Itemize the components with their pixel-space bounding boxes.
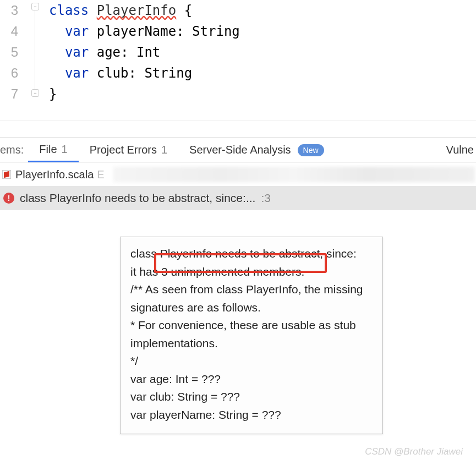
tab-project-errors[interactable]: Project Errors 1 [79, 138, 178, 162]
line-number: 3 [0, 0, 30, 21]
tooltip-line: /** As seen from class PlayerInfo, the m… [130, 281, 373, 316]
tab-server-analysis[interactable]: Server-Side Analysis New [178, 138, 335, 162]
code-editor[interactable]: 3 4 5 6 7 − − class PlayerInfo { var pla… [0, 0, 476, 105]
error-message: class PlayerInfo needs to be abstract, s… [20, 192, 255, 205]
tab-file[interactable]: File 1 [28, 138, 78, 162]
tab-count: 1 [62, 143, 68, 156]
tooltip-line: class PlayerInfo needs to be abstract, s… [130, 245, 373, 263]
panel-divider [0, 120, 476, 138]
line-number: 4 [0, 21, 30, 42]
tab-label: Project Errors [90, 144, 157, 156]
fold-start-icon[interactable]: − [31, 3, 39, 10]
code-line[interactable]: } [49, 84, 476, 105]
tooltip-line: it has 3 unimplemented members. [130, 263, 373, 281]
fold-gutter: − − [30, 0, 43, 105]
tab-label: File [39, 143, 57, 156]
code-content[interactable]: class PlayerInfo { var playerName: Strin… [43, 0, 476, 105]
new-badge: New [298, 144, 324, 156]
tooltip-line: var age: Int = ??? [130, 370, 373, 389]
error-tooltip: class PlayerInfo needs to be abstract, s… [120, 237, 383, 434]
tooltip-line: * For convenience, these are usable as s… [130, 316, 373, 352]
tab-vulnerabilities-truncated[interactable]: Vulne [446, 144, 476, 156]
redacted-area [113, 167, 475, 182]
error-line-ref: :3 [261, 192, 271, 205]
error-icon: ! [3, 193, 14, 204]
tooltip-line: var playerName: String = ??? [130, 406, 373, 424]
code-line[interactable]: var playerName: String [49, 21, 476, 42]
problems-file-row[interactable]: PlayerInfo.scala E [0, 163, 476, 186]
line-number: 7 [0, 84, 30, 105]
line-number-gutter: 3 4 5 6 7 [0, 0, 30, 105]
tooltip-line: */ [130, 352, 373, 370]
line-number: 5 [0, 42, 30, 63]
scala-file-icon [1, 169, 12, 180]
fold-end-icon[interactable]: − [31, 89, 39, 97]
code-line[interactable]: class PlayerInfo { [49, 0, 476, 21]
tooltip-line: var club: String = ??? [130, 388, 373, 406]
line-number: 6 [0, 63, 30, 84]
problems-label-truncated: ems: [0, 144, 28, 156]
tab-count: 1 [161, 144, 167, 156]
file-tail: E [97, 168, 104, 181]
problems-tab-bar: ems: File 1 Project Errors 1 Server-Side… [0, 138, 476, 163]
code-line[interactable]: var age: Int [49, 42, 476, 63]
watermark-label: CSDN @Brother Jiawei [365, 446, 463, 457]
tab-label: Server-Side Analysis [189, 144, 291, 156]
error-item-row[interactable]: ! class PlayerInfo needs to be abstract,… [0, 186, 476, 210]
problems-panel: ems: File 1 Project Errors 1 Server-Side… [0, 138, 476, 210]
code-line[interactable]: var club: String [49, 63, 476, 84]
file-name-label: PlayerInfo.scala [15, 168, 94, 181]
